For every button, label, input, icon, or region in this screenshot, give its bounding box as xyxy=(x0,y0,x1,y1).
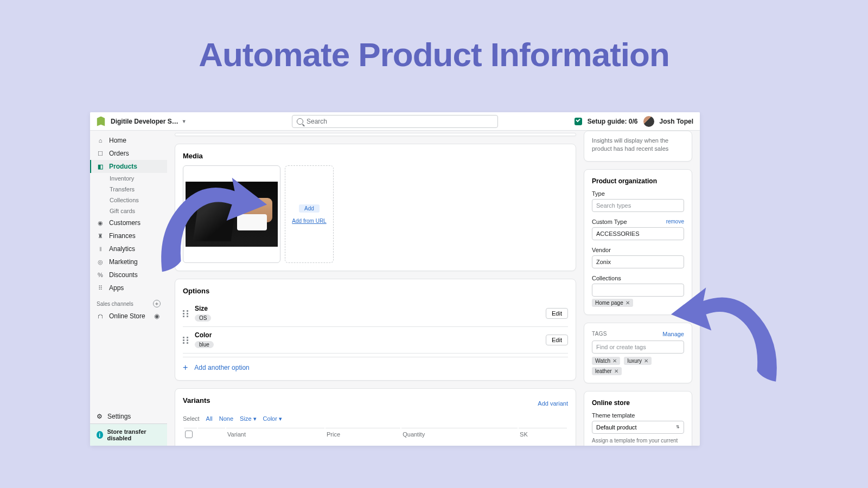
tags-heading: TAGS xyxy=(592,331,607,337)
remove-link[interactable]: remove xyxy=(666,219,684,224)
customers-icon: ◉ xyxy=(97,219,104,227)
products-icon: ◧ xyxy=(97,163,104,170)
setup-guide[interactable]: Setup guide: 0/6 xyxy=(588,118,638,125)
chevron-down-icon[interactable]: ▼ xyxy=(182,119,187,124)
custom-type-input[interactable] xyxy=(592,227,684,240)
shopify-logo-icon xyxy=(97,117,105,126)
search-input[interactable]: Search xyxy=(292,115,498,128)
type-label: Type xyxy=(592,190,684,197)
select-none[interactable]: None xyxy=(219,415,233,422)
home-icon: ⌂ xyxy=(97,137,104,144)
org-heading: Product organization xyxy=(592,177,684,185)
tag-chip: leather✕ xyxy=(592,367,622,375)
arrow-decoration-icon xyxy=(151,175,270,278)
avatar[interactable] xyxy=(643,116,654,127)
sidebar-item-orders[interactable]: ☐Orders xyxy=(90,147,167,160)
sidebar-item-onlinestore[interactable]: ⛫Online Store◉ xyxy=(90,310,167,323)
orders-icon: ☐ xyxy=(97,150,104,157)
collections-label: Collections xyxy=(592,275,684,281)
tag-chip: luxury✕ xyxy=(624,357,652,365)
vendor-label: Vendor xyxy=(592,247,684,253)
info-icon: i xyxy=(97,431,103,439)
online-store-heading: Online store xyxy=(592,399,684,407)
variants-table: VariantPriceQuantitySK xyxy=(183,427,568,441)
vendor-input[interactable] xyxy=(592,255,684,268)
options-card: Options SizeOS Edit Colorblue Edit +Add … xyxy=(175,279,576,381)
checkbox[interactable] xyxy=(185,431,193,438)
select-caret-icon: ⇅ xyxy=(676,425,680,429)
search-icon xyxy=(297,118,303,125)
drag-handle-icon[interactable] xyxy=(183,310,189,317)
add-variant-link[interactable]: Add variant xyxy=(538,400,568,407)
sidebar-item-apps[interactable]: ⠿Apps xyxy=(90,281,167,294)
plus-icon: + xyxy=(183,363,188,373)
titlebar: Digitile Developer S… ▼ Search Setup gui… xyxy=(90,112,700,131)
discounts-icon: % xyxy=(97,271,104,279)
eye-icon[interactable]: ◉ xyxy=(153,312,161,320)
marketing-icon: ◎ xyxy=(97,258,104,266)
sidebar-item-home[interactable]: ⌂Home xyxy=(90,134,167,147)
apps-icon: ⠿ xyxy=(97,284,104,292)
add-option-button[interactable]: +Add another option xyxy=(183,357,568,373)
type-input[interactable] xyxy=(592,199,684,212)
option-row-color: Colorblue Edit xyxy=(183,327,568,354)
search-placeholder: Search xyxy=(307,118,327,125)
remove-chip-icon[interactable]: ✕ xyxy=(644,358,648,364)
select-label: Select xyxy=(183,415,200,422)
online-store-card: Online store Theme template Default prod… xyxy=(584,391,692,446)
filter-color[interactable]: Color ▾ xyxy=(263,415,282,422)
sidebar-settings[interactable]: ⚙Settings xyxy=(90,409,167,423)
add-media-button[interactable]: Add xyxy=(299,204,320,213)
media-dropzone[interactable]: Add Add from URL xyxy=(285,165,334,263)
store-transfer-banner: iStore transfer disabled xyxy=(90,423,167,446)
media-heading: Media xyxy=(183,152,568,160)
options-heading: Options xyxy=(183,287,568,295)
store-name[interactable]: Digitile Developer S… xyxy=(111,118,178,125)
insights-text: Insights will display when the product h… xyxy=(592,137,684,153)
finances-icon: ♜ xyxy=(97,232,104,240)
tag-chip: Watch✕ xyxy=(592,357,620,365)
select-all[interactable]: All xyxy=(206,415,213,422)
arrow-decoration-icon xyxy=(668,283,787,389)
edit-button[interactable]: Edit xyxy=(546,308,568,319)
insights-card: Insights will display when the product h… xyxy=(584,131,692,162)
add-from-url-link[interactable]: Add from URL xyxy=(292,218,326,224)
analytics-icon: ⫴ xyxy=(97,245,104,253)
theme-select[interactable]: Default product⇅ xyxy=(592,421,684,434)
collection-chip: Home page✕ xyxy=(592,299,633,307)
theme-helper: Assign a template from your current them… xyxy=(592,437,684,446)
variants-heading: Variants xyxy=(183,396,210,404)
theme-label: Theme template xyxy=(592,412,684,419)
sales-channels-label: Sales channels+ xyxy=(90,294,167,310)
option-row-size: SizeOS Edit xyxy=(183,300,568,327)
user-name[interactable]: Josh Topel xyxy=(660,118,693,125)
store-icon: ⛫ xyxy=(97,312,104,320)
app-window: Digitile Developer S… ▼ Search Setup gui… xyxy=(90,112,700,446)
edit-button[interactable]: Edit xyxy=(546,335,568,345)
gear-icon: ⚙ xyxy=(97,413,103,420)
add-channel-icon[interactable]: + xyxy=(153,300,161,307)
remove-chip-icon[interactable]: ✕ xyxy=(612,358,617,364)
drag-handle-icon[interactable] xyxy=(183,337,189,344)
hero-title: Automate Product Information xyxy=(0,0,868,101)
remove-chip-icon[interactable]: ✕ xyxy=(626,300,630,306)
custom-type-label: Custom Typeremove xyxy=(592,219,684,225)
sidebar-item-products[interactable]: ◧Products xyxy=(90,160,167,173)
filter-size[interactable]: Size ▾ xyxy=(240,415,256,422)
remove-chip-icon[interactable]: ✕ xyxy=(614,368,618,374)
variants-card: VariantsAdd variant Select All None Size… xyxy=(175,388,576,446)
setup-badge-icon xyxy=(575,118,582,125)
